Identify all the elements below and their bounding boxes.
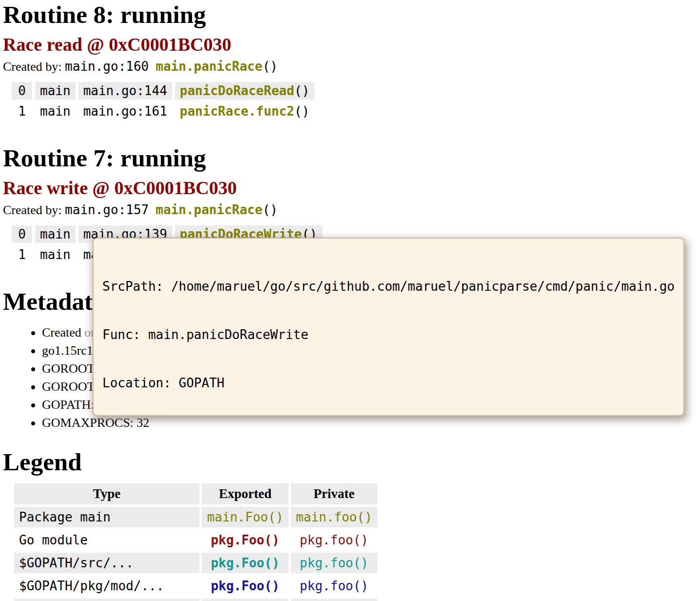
legend-private-sample: pkg.foo() bbox=[291, 553, 377, 573]
legend-type-label: Standard library bbox=[14, 599, 199, 601]
created-by-label: Created by: bbox=[3, 60, 62, 74]
legend-header-type: Type bbox=[14, 483, 199, 504]
frame-function[interactable]: panicDoRaceRead bbox=[180, 83, 294, 98]
legend-private-sample: pkg.foo() bbox=[291, 576, 377, 596]
legend-type-label: Package main bbox=[14, 507, 199, 527]
routine-8-title: Routine 8: running bbox=[3, 1, 700, 29]
stack-frame-row: 1 main main.go:161 panicRace.func2() bbox=[12, 102, 314, 120]
legend-row-gopath-pkg-mod: $GOPATH/pkg/mod/... pkg.Foo() pkg.foo() bbox=[14, 576, 377, 596]
frame-source[interactable]: main.go:161 bbox=[78, 102, 172, 120]
frame-index: 1 bbox=[12, 246, 32, 263]
frame-package: main bbox=[35, 225, 76, 243]
tooltip-func: Func: main.panicDoRaceWrite bbox=[102, 327, 675, 343]
routine-7-created-by: Created by: main.go:157main.panicRace() bbox=[3, 202, 700, 218]
legend-type-label: $GOPATH/src/... bbox=[14, 553, 199, 573]
created-by-source[interactable]: main.go:160 bbox=[65, 59, 149, 74]
legend-header-exported: Exported bbox=[202, 483, 289, 504]
tooltip-srcpath: SrcPath: /home/maruel/go/src/github.com/… bbox=[102, 279, 675, 295]
legend-exported-sample: pkg.Foo() bbox=[202, 553, 289, 573]
legend-exported-sample: pkg.Foo() bbox=[202, 530, 289, 550]
routine-8-section: Routine 8: running Race read @ 0xC0001BC… bbox=[3, 1, 700, 123]
routine-7-race-heading: Race write @ 0xC0001BC030 bbox=[3, 178, 700, 199]
legend-private-sample: pkg.foo() bbox=[291, 599, 377, 601]
frame-index: 0 bbox=[12, 225, 32, 243]
legend-exported-sample: pkg.Foo() bbox=[202, 599, 289, 601]
legend-row-package-main: Package main main.Foo() main.foo() bbox=[14, 507, 377, 527]
routine-8-created-by: Created by: main.go:160main.panicRace() bbox=[3, 59, 700, 74]
legend-type-label: $GOPATH/pkg/mod/... bbox=[14, 576, 199, 596]
routine-8-race-heading: Race read @ 0xC0001BC030 bbox=[3, 35, 700, 55]
legend-table: Type Exported Private Package main main.… bbox=[12, 481, 380, 601]
frame-package: main bbox=[35, 246, 76, 263]
legend-row-standard-library: Standard library pkg.Foo() pkg.foo() bbox=[14, 599, 377, 601]
created-by-label: Created by: bbox=[3, 203, 62, 217]
created-by-source[interactable]: main.go:157 bbox=[65, 202, 149, 217]
call-parens: () bbox=[294, 83, 310, 98]
legend-row-gopath-src: $GOPATH/src/... pkg.Foo() pkg.foo() bbox=[14, 553, 377, 573]
legend-exported-sample: main.Foo() bbox=[202, 507, 289, 527]
created-by-function[interactable]: main.panicRace bbox=[156, 59, 262, 74]
function-tooltip: SrcPath: /home/maruel/go/src/github.com/… bbox=[93, 238, 684, 416]
created-by-function[interactable]: main.panicRace bbox=[156, 202, 262, 217]
frame-source[interactable]: main.go:144 bbox=[78, 82, 172, 100]
frame-call: panicDoRaceRead() bbox=[175, 82, 314, 100]
legend-exported-sample: pkg.Foo() bbox=[202, 576, 289, 596]
call-parens: () bbox=[262, 202, 277, 217]
legend-private-sample: pkg.foo() bbox=[291, 530, 377, 550]
metadata-gomaxprocs: GOMAXPROCS: 32 bbox=[42, 414, 700, 432]
frame-call: panicRace.func2() bbox=[175, 102, 314, 120]
stack-frame-row: 0 main main.go:144 panicDoRaceRead() bbox=[12, 82, 314, 100]
routine-8-stack-table: 0 main main.go:144 panicDoRaceRead() 1 m… bbox=[9, 79, 317, 123]
legend-header-private: Private bbox=[291, 483, 377, 504]
legend-private-sample: main.foo() bbox=[291, 507, 377, 527]
frame-index: 1 bbox=[12, 102, 32, 120]
legend-header-row: Type Exported Private bbox=[14, 483, 377, 504]
call-parens: () bbox=[262, 59, 277, 74]
metadata-created-prefix: Created bbox=[42, 325, 84, 340]
frame-index: 0 bbox=[12, 82, 32, 100]
frame-package: main bbox=[35, 102, 76, 120]
panicparse-report-page: { "routines": [ { "title": "Routine 8: r… bbox=[0, 0, 700, 601]
frame-function[interactable]: panicRace.func2 bbox=[180, 104, 294, 119]
legend-row-go-module: Go module pkg.Foo() pkg.foo() bbox=[14, 530, 377, 550]
call-parens: () bbox=[294, 104, 310, 119]
legend-title: Legend bbox=[3, 448, 700, 476]
legend-type-label: Go module bbox=[14, 530, 199, 550]
routine-7-title: Routine 7: running bbox=[3, 144, 700, 172]
frame-package: main bbox=[35, 82, 76, 100]
tooltip-location: Location: GOPATH bbox=[102, 375, 675, 391]
